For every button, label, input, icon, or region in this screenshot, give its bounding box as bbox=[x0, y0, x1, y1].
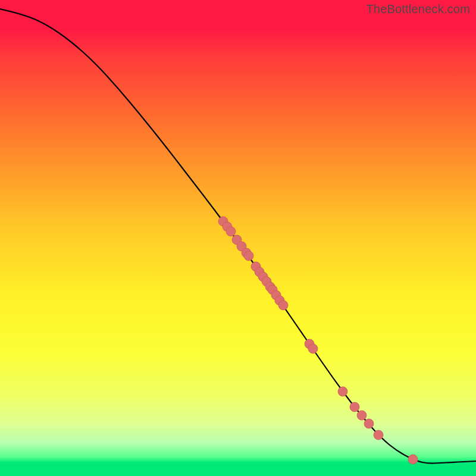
data-point bbox=[278, 300, 288, 310]
watermark-label: TheBottleneck.com bbox=[366, 2, 470, 16]
data-point bbox=[308, 344, 318, 353]
data-point bbox=[408, 455, 418, 464]
data-point bbox=[226, 227, 236, 236]
data-point bbox=[350, 402, 359, 412]
data-point bbox=[364, 419, 374, 428]
data-point bbox=[357, 411, 367, 420]
chart-svg bbox=[0, 0, 476, 476]
data-point bbox=[374, 430, 383, 440]
chart-stage: TheBottleneck.com bbox=[0, 0, 476, 476]
data-point bbox=[338, 387, 347, 396]
data-points-group bbox=[218, 217, 418, 464]
data-point bbox=[244, 251, 253, 261]
